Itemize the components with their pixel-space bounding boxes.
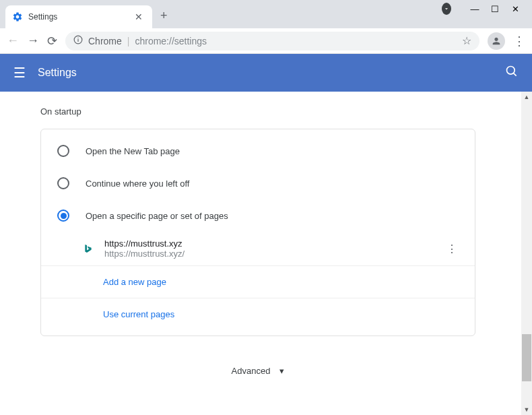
radio-option-continue[interactable]: Continue where you left off — [41, 167, 475, 199]
bing-favicon-icon — [83, 243, 94, 254]
radio-icon — [57, 177, 69, 189]
minimize-button[interactable]: — — [470, 4, 479, 14]
address-bar[interactable]: Chrome | chrome://settings ☆ — [65, 32, 479, 51]
window-titlebar: Settings ✕ + — ☐ ✕ — [0, 0, 532, 28]
hamburger-menu-icon[interactable]: ☰ — [13, 65, 26, 81]
search-icon[interactable] — [505, 65, 519, 82]
radio-label: Continue where you left off — [86, 179, 189, 189]
url-text: chrome://settings — [135, 36, 457, 46]
advanced-label: Advanced — [232, 366, 271, 376]
scroll-thumb[interactable] — [522, 334, 531, 381]
radio-option-newtab[interactable]: Open the New Tab page — [41, 135, 475, 167]
svg-line-4 — [514, 73, 517, 75]
add-page-link[interactable]: Add a new page — [41, 266, 475, 298]
window-controls: — ☐ ✕ — [442, 3, 532, 15]
advanced-toggle[interactable]: Advanced ▾ — [40, 356, 475, 385]
page-title: Settings — [38, 67, 493, 79]
svg-point-1 — [77, 37, 78, 38]
use-current-pages-link[interactable]: Use current pages — [41, 298, 475, 330]
scrollbar[interactable]: ▲ ▼ — [521, 92, 532, 415]
forward-button[interactable]: → — [27, 34, 39, 48]
radio-label: Open the New Tab page — [86, 146, 180, 156]
settings-header: ☰ Settings — [0, 54, 532, 92]
startup-card: Open the New Tab page Continue where you… — [40, 129, 475, 336]
radio-icon — [57, 145, 69, 157]
scroll-down-icon[interactable]: ▼ — [521, 404, 532, 415]
page-entry-menu-icon[interactable]: ⋮ — [445, 240, 459, 258]
startup-page-url: https://musttrust.xyz/ — [104, 249, 434, 259]
close-tab-icon[interactable]: ✕ — [132, 10, 145, 24]
scroll-up-icon[interactable]: ▲ — [521, 92, 532, 102]
radio-label: Open a specific page or set of pages — [86, 211, 228, 221]
reload-button[interactable]: ⟳ — [47, 34, 57, 49]
settings-gear-icon — [12, 11, 23, 22]
bookmark-star-icon[interactable]: ☆ — [462, 34, 471, 47]
url-scheme-label: Chrome — [88, 36, 122, 46]
chevron-down-icon: ▾ — [279, 366, 284, 376]
radio-icon-selected — [57, 210, 69, 222]
maximize-button[interactable]: ☐ — [490, 4, 500, 14]
user-badge-icon[interactable] — [442, 3, 451, 15]
radio-option-specific[interactable]: Open a specific page or set of pages — [41, 199, 475, 232]
section-title: On startup — [40, 106, 475, 117]
browser-toolbar: ← → ⟳ Chrome | chrome://settings ☆ ⋮ — [0, 28, 532, 54]
close-window-button[interactable]: ✕ — [510, 4, 520, 14]
svg-rect-2 — [77, 39, 78, 42]
tab-title: Settings — [28, 12, 127, 22]
new-tab-button[interactable]: + — [160, 9, 168, 28]
back-button[interactable]: ← — [7, 34, 19, 48]
browser-tab[interactable]: Settings ✕ — [5, 5, 152, 28]
content-area: On startup Open the New Tab page Continu… — [0, 92, 532, 415]
startup-page-row: https://musttrust.xyz https://musttrust.… — [41, 232, 475, 266]
site-info-icon[interactable] — [73, 35, 83, 46]
svg-point-3 — [507, 66, 515, 74]
browser-menu-icon[interactable]: ⋮ — [513, 34, 525, 49]
profile-avatar-icon[interactable] — [488, 32, 505, 50]
startup-page-title: https://musttrust.xyz — [104, 238, 434, 249]
